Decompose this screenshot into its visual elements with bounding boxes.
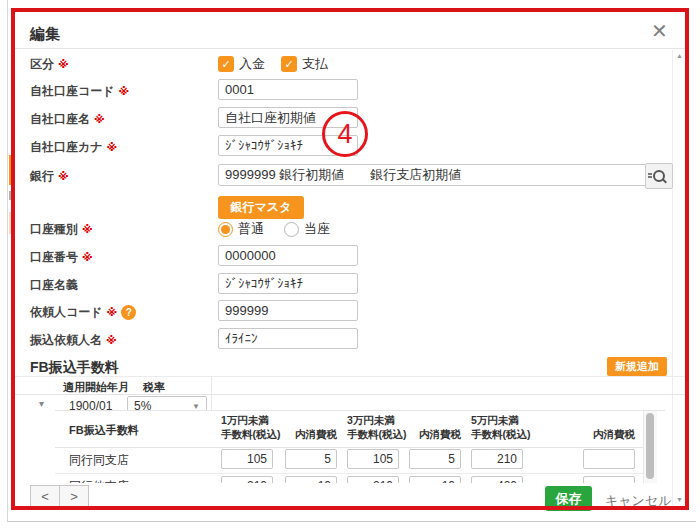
radio-selected-icon[interactable] bbox=[218, 222, 233, 237]
pagination: < > bbox=[30, 485, 89, 508]
col-under30k-title: 3万円未満 bbox=[347, 414, 395, 427]
help-icon[interactable]: ? bbox=[121, 305, 136, 320]
chevron-right-icon: > bbox=[70, 489, 78, 504]
fee-table-scrollbar[interactable] bbox=[643, 411, 657, 483]
checkbox-checked-icon[interactable]: ✓ bbox=[281, 56, 297, 72]
field-label-own-account-name: 自社口座名 ※ bbox=[30, 111, 105, 128]
required-mark: ※ bbox=[119, 85, 130, 98]
scroll-up-icon[interactable]: ▲ bbox=[673, 52, 686, 59]
field-label-account-type: 口座種別 ※ bbox=[30, 221, 93, 238]
checkbox-checked-icon[interactable]: ✓ bbox=[218, 56, 234, 72]
required-mark: ※ bbox=[107, 306, 118, 319]
own-account-name-input[interactable] bbox=[218, 107, 358, 128]
next-page-button[interactable]: > bbox=[59, 485, 89, 508]
bank-input[interactable] bbox=[218, 164, 650, 186]
checkbox-nyukin-label: 入金 bbox=[239, 55, 265, 73]
fee-col-tax-header: 税率 bbox=[143, 380, 165, 395]
background-page-edge bbox=[7, 0, 8, 521]
col-under50k-sub: 手数料(税込) bbox=[471, 428, 531, 441]
fee-name-header: FB振込手数料 bbox=[69, 423, 139, 438]
col-under10k-sub: 手数料(税込) bbox=[221, 428, 281, 441]
required-mark: ※ bbox=[58, 58, 69, 71]
fee-row-divider bbox=[55, 473, 643, 474]
col-under30k-sub: 手数料(税込) bbox=[347, 428, 407, 441]
own-account-kana-input[interactable] bbox=[218, 135, 358, 156]
field-label-bank: 銀行 ※ bbox=[30, 168, 69, 185]
field-label-client-code: 依頼人コード ※ ? bbox=[30, 304, 136, 321]
transfer-client-name-input[interactable] bbox=[218, 328, 358, 349]
field-label-transfer-client-name: 振込依頼人名 ※ bbox=[30, 332, 117, 349]
fee-input[interactable] bbox=[285, 449, 337, 469]
fee-input[interactable] bbox=[409, 449, 461, 469]
col-tax1-header: 内消費税 bbox=[285, 428, 337, 441]
bank-master-button[interactable]: 銀行マスタ bbox=[218, 196, 304, 219]
fee-input[interactable] bbox=[583, 476, 635, 483]
add-new-button[interactable]: 新規追加 bbox=[607, 357, 667, 376]
radio-toza-label: 当座 bbox=[304, 220, 330, 238]
checkbox-shiharai-label: 支払 bbox=[302, 55, 328, 73]
account-holder-input[interactable] bbox=[218, 273, 358, 294]
fee-input[interactable] bbox=[409, 476, 461, 483]
fee-detail-header-divider bbox=[55, 447, 643, 448]
bank-search-button[interactable] bbox=[645, 163, 673, 189]
col-under10k-title: 1万円未満 bbox=[221, 414, 269, 427]
row-expand-caret-icon[interactable]: ▾ bbox=[39, 398, 44, 409]
col-under50k-title: 5万円未満 bbox=[471, 414, 519, 427]
account-number-input[interactable] bbox=[218, 245, 358, 266]
fee-header-divider bbox=[15, 394, 685, 395]
kubun-checkbox-group: ✓ 入金 ✓ 支払 bbox=[218, 55, 328, 73]
radio-toza[interactable]: 当座 bbox=[284, 220, 330, 238]
checkbox-shiharai[interactable]: ✓ 支払 bbox=[281, 55, 328, 73]
required-mark: ※ bbox=[107, 141, 118, 154]
fee-input[interactable] bbox=[221, 476, 273, 483]
background-page-bottom-line bbox=[7, 521, 696, 522]
required-mark: ※ bbox=[58, 170, 69, 183]
field-label-own-account-kana: 自社口座カナ ※ bbox=[30, 139, 117, 156]
fee-input[interactable] bbox=[583, 449, 635, 469]
col-tax3-header: 内消費税 bbox=[583, 428, 635, 441]
header-divider bbox=[15, 48, 685, 49]
required-mark: ※ bbox=[106, 334, 117, 347]
field-label-account-number: 口座番号 ※ bbox=[30, 249, 93, 266]
save-button[interactable]: 保存 bbox=[545, 486, 592, 511]
scroll-down-icon[interactable]: ▼ bbox=[673, 496, 686, 503]
chevron-left-icon: < bbox=[41, 489, 49, 504]
fee-detail-table: FB振込手数料 1万円未満 手数料(税込) 内消費税 3万円未満 手数料(税込)… bbox=[55, 410, 665, 483]
fee-row-name: 同行同支店 bbox=[69, 452, 129, 469]
fee-input[interactable] bbox=[471, 476, 523, 483]
required-mark: ※ bbox=[94, 113, 105, 126]
required-mark: ※ bbox=[82, 251, 93, 264]
dialog-scrollbar[interactable]: ▲ ▼ bbox=[672, 50, 686, 505]
edit-dialog: 編集 ✕ ▲ ▼ 区分 ※ ✓ 入金 ✓ 支払 自社口座コード ※ 自社口座名 … bbox=[15, 12, 685, 508]
fee-input[interactable] bbox=[285, 476, 337, 483]
fee-input[interactable] bbox=[221, 449, 273, 469]
account-type-radio-group: 普通 当座 bbox=[218, 220, 330, 238]
fee-input[interactable] bbox=[471, 449, 523, 469]
search-icon bbox=[653, 170, 665, 182]
own-account-code-input[interactable] bbox=[218, 79, 358, 100]
fee-row-name: 同行他支店 bbox=[69, 478, 129, 483]
col-tax2-header: 内消費税 bbox=[409, 428, 461, 441]
fee-input[interactable] bbox=[347, 476, 399, 483]
field-label-own-account-code: 自社口座コード ※ bbox=[30, 83, 129, 100]
cancel-button[interactable]: キャンセル bbox=[605, 492, 672, 510]
required-mark: ※ bbox=[82, 223, 93, 236]
close-icon[interactable]: ✕ bbox=[651, 21, 668, 41]
radio-unselected-icon[interactable] bbox=[284, 222, 299, 237]
fee-table-top-border bbox=[15, 376, 685, 377]
prev-page-button[interactable]: < bbox=[30, 485, 60, 508]
radio-futsu-label: 普通 bbox=[238, 220, 264, 238]
dialog-title: 編集 bbox=[30, 25, 60, 44]
radio-futsu[interactable]: 普通 bbox=[218, 220, 264, 238]
fee-section-heading: FB振込手数料 bbox=[30, 359, 119, 377]
field-label-account-holder: 口座名義 bbox=[30, 277, 78, 294]
scrollbar-thumb[interactable] bbox=[646, 413, 654, 479]
checkbox-nyukin[interactable]: ✓ 入金 bbox=[218, 55, 265, 73]
field-label-kubun: 区分 ※ bbox=[30, 56, 69, 73]
client-code-input[interactable] bbox=[218, 300, 358, 321]
fee-col-start-header: 適用開始年月 bbox=[63, 380, 129, 395]
fee-input[interactable] bbox=[347, 449, 399, 469]
